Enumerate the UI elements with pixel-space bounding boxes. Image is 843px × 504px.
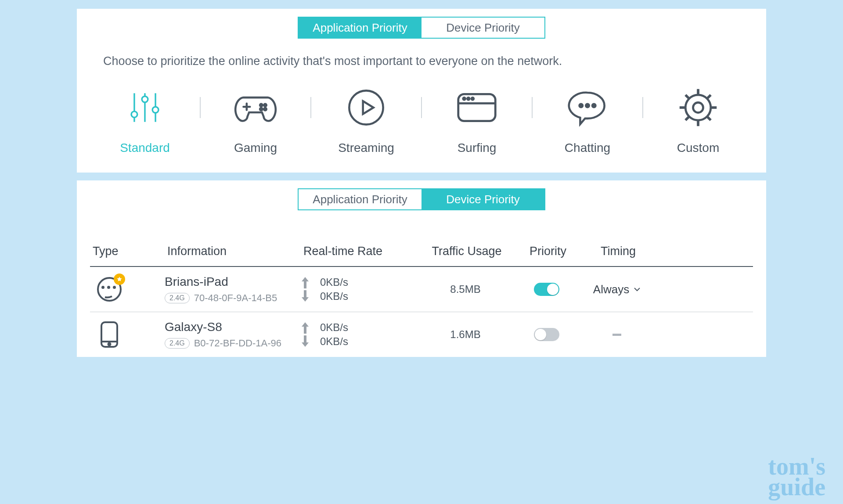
tab-group: Application Priority Device Priority xyxy=(298,17,545,39)
svg-point-34 xyxy=(108,343,111,346)
svg-point-18 xyxy=(580,104,583,107)
mode-label: Streaming xyxy=(331,141,401,155)
svg-point-16 xyxy=(467,97,469,100)
timing-value: Always xyxy=(593,283,629,296)
svg-point-19 xyxy=(586,104,589,107)
tab-application-priority[interactable]: Application Priority xyxy=(299,18,422,38)
device-priority-panel: Application Priority Device Priority Typ… xyxy=(77,180,766,357)
mode-label: Custom xyxy=(663,141,733,155)
priority-description: Choose to prioritize the online activity… xyxy=(77,39,766,86)
svg-point-15 xyxy=(463,97,465,100)
col-rate: Real-time Rate xyxy=(301,245,419,258)
up-rate: 0KB/s xyxy=(320,275,348,289)
table-header: Type Information Real-time Rate Traffic … xyxy=(90,237,753,267)
rate-cell: 0KB/s 0KB/s xyxy=(301,320,419,349)
tab-application-priority[interactable]: Application Priority xyxy=(299,189,422,209)
mode-surfing[interactable]: Surfing xyxy=(442,86,512,155)
col-timing: Timing xyxy=(582,245,652,258)
device-info: Galaxy-S8 2.4G B0-72-BF-DD-1A-96 xyxy=(165,320,301,349)
mode-label: Standard xyxy=(110,141,180,155)
device-name: Brians-iPad xyxy=(165,275,301,289)
divider xyxy=(532,97,533,118)
band-chip: 2.4G xyxy=(165,338,190,349)
mode-custom[interactable]: Custom xyxy=(663,86,733,155)
usage-cell: 1.6MB xyxy=(419,328,512,341)
phone-icon xyxy=(95,320,123,349)
col-priority: Priority xyxy=(512,245,582,258)
rate-cell: 0KB/s 0KB/s xyxy=(301,275,419,304)
up-rate: 0KB/s xyxy=(320,320,348,335)
svg-point-5 xyxy=(152,107,159,113)
mode-streaming[interactable]: Streaming xyxy=(331,86,401,155)
device-type xyxy=(90,320,165,349)
priority-toggle[interactable] xyxy=(534,328,559,341)
svg-line-30 xyxy=(685,116,690,120)
chevron-down-icon xyxy=(634,287,641,292)
device-table: Type Information Real-time Rate Traffic … xyxy=(77,210,766,357)
col-type: Type xyxy=(90,245,165,258)
svg-line-29 xyxy=(706,95,711,99)
tab-group: Application Priority Device Priority xyxy=(298,188,545,210)
mode-label: Chatting xyxy=(552,141,623,155)
svg-point-17 xyxy=(472,97,474,100)
device-name: Galaxy-S8 xyxy=(165,320,301,334)
priority-cell xyxy=(512,283,582,296)
mode-label: Gaming xyxy=(220,141,291,155)
col-info: Information xyxy=(165,245,301,258)
down-rate: 0KB/s xyxy=(320,335,348,349)
up-arrow-icon xyxy=(301,277,310,288)
svg-point-8 xyxy=(260,104,263,107)
priority-cell xyxy=(512,328,582,341)
divider xyxy=(421,97,422,118)
svg-point-22 xyxy=(693,102,703,112)
svg-point-4 xyxy=(142,96,148,102)
down-arrow-icon xyxy=(301,335,310,347)
device-type xyxy=(90,275,165,303)
sliders-icon xyxy=(110,86,180,130)
svg-point-9 xyxy=(264,104,267,107)
gear-icon xyxy=(663,86,733,130)
divider xyxy=(200,97,201,118)
timing-select[interactable]: Always xyxy=(582,283,652,296)
priority-tabbar: Application Priority Device Priority xyxy=(77,9,766,39)
device-row: Galaxy-S8 2.4G B0-72-BF-DD-1A-96 0KB/s 0… xyxy=(90,312,753,357)
browser-icon xyxy=(442,86,512,130)
unknown-device-icon xyxy=(95,275,123,303)
divider xyxy=(310,97,311,118)
priority-toggle[interactable] xyxy=(534,283,559,296)
gamepad-icon xyxy=(220,86,291,130)
svg-point-10 xyxy=(260,108,263,111)
mac-address: B0-72-BF-DD-1A-96 xyxy=(194,338,281,349)
chat-icon xyxy=(552,86,623,130)
up-arrow-icon xyxy=(301,322,310,334)
tab-device-priority[interactable]: Device Priority xyxy=(422,189,544,209)
device-info: Brians-iPad 2.4G 70-48-0F-9A-14-B5 xyxy=(165,275,301,304)
down-rate: 0KB/s xyxy=(320,289,348,303)
mode-label: Surfing xyxy=(442,141,512,155)
tab-device-priority[interactable]: Device Priority xyxy=(422,18,544,38)
mac-address: 70-48-0F-9A-14-B5 xyxy=(194,292,277,304)
play-icon xyxy=(331,86,401,130)
svg-point-11 xyxy=(264,108,267,111)
svg-line-28 xyxy=(706,116,711,120)
band-chip: 2.4G xyxy=(165,293,190,303)
timing-cell: Always xyxy=(582,283,652,296)
priority-tabbar-2: Application Priority Device Priority xyxy=(77,180,766,210)
svg-point-12 xyxy=(349,90,383,124)
svg-point-20 xyxy=(592,104,595,107)
mode-row: Standard Gaming Streaming xyxy=(77,86,766,155)
divider xyxy=(642,97,643,118)
mode-chatting[interactable]: Chatting xyxy=(552,86,623,155)
mode-gaming[interactable]: Gaming xyxy=(220,86,291,155)
svg-line-27 xyxy=(685,95,690,99)
watermark: tom's guide xyxy=(768,456,825,498)
application-priority-panel: Application Priority Device Priority Cho… xyxy=(77,9,766,173)
svg-point-3 xyxy=(131,112,137,118)
mode-standard[interactable]: Standard xyxy=(110,86,180,155)
col-usage: Traffic Usage xyxy=(419,245,512,258)
usage-cell: 8.5MB xyxy=(419,283,512,295)
down-arrow-icon xyxy=(301,290,310,302)
timing-cell xyxy=(582,334,652,336)
star-badge-icon xyxy=(114,274,125,285)
watermark-line2: guide xyxy=(768,477,825,498)
